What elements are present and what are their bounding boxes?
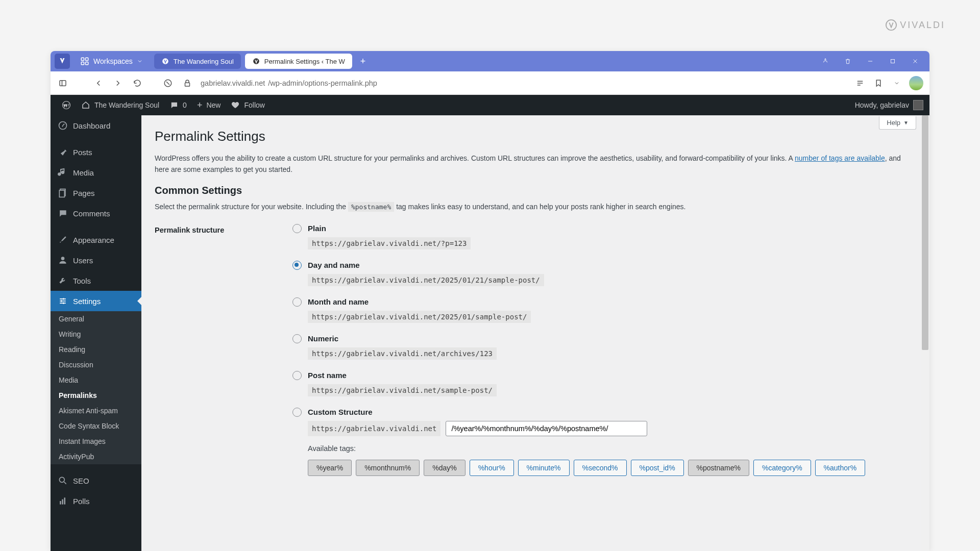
sidebar-item-polls[interactable]: Polls: [51, 491, 141, 511]
svg-point-18: [61, 300, 62, 302]
tag-minute[interactable]: %minute%: [518, 460, 570, 476]
reader-icon[interactable]: [854, 77, 866, 89]
svg-rect-1: [81, 58, 84, 60]
browser-window: Workspaces The Wandering Soul Permalink …: [51, 51, 929, 551]
submenu-writing[interactable]: Writing: [51, 327, 141, 342]
sync-icon[interactable]: [815, 51, 836, 71]
submenu-code-syntax[interactable]: Code Syntax Block: [51, 418, 141, 434]
wp-logo-icon[interactable]: [57, 95, 76, 115]
tag-author[interactable]: %author%: [815, 460, 866, 476]
vivaldi-menu-button[interactable]: [55, 54, 70, 69]
svg-point-20: [59, 477, 64, 482]
submenu-discussion[interactable]: Discussion: [51, 357, 141, 372]
back-button[interactable]: [92, 77, 105, 89]
maximize-button[interactable]: [883, 51, 903, 71]
option-custom[interactable]: Custom Structure https://gabrielav.vival…: [292, 408, 916, 476]
lock-icon[interactable]: [181, 77, 193, 89]
shield-icon[interactable]: [162, 77, 174, 89]
submenu-media[interactable]: Media: [51, 372, 141, 388]
vivaldi-favicon-icon: [161, 57, 169, 65]
svg-point-19: [63, 303, 64, 304]
radio-day-name[interactable]: [292, 261, 302, 270]
radio-numeric[interactable]: [292, 334, 302, 343]
howdy-text[interactable]: Howdy, gabrielav: [855, 101, 909, 109]
custom-base-url: https://gabrielav.vivaldi.net: [308, 421, 440, 436]
svg-rect-22: [62, 499, 63, 505]
tab-permalink-settings[interactable]: Permalink Settings ‹ The W: [245, 54, 352, 69]
permalink-structure-label: Permalink structure: [155, 224, 231, 487]
comments-link[interactable]: 0: [164, 95, 192, 115]
new-link[interactable]: + New: [192, 95, 226, 115]
submenu-activitypub[interactable]: ActivityPub: [51, 449, 141, 464]
close-button[interactable]: [905, 51, 925, 71]
sidebar-item-comments[interactable]: Comments: [51, 203, 141, 223]
scrollbar[interactable]: [921, 115, 929, 551]
svg-rect-8: [60, 80, 66, 86]
forward-button[interactable]: [112, 77, 124, 89]
sidebar-item-seo[interactable]: SEO: [51, 470, 141, 491]
example-numeric: https://gabrielav.vivaldi.net/archives/1…: [308, 347, 497, 360]
url-field[interactable]: gabrielav.vivaldi.net/wp-admin/options-p…: [201, 79, 847, 87]
help-tab[interactable]: Help ▼: [879, 116, 916, 130]
svg-point-16: [61, 257, 65, 260]
tag-postid[interactable]: %post_id%: [631, 460, 684, 476]
common-settings-desc: Select the permalink structure for your …: [155, 203, 916, 211]
submenu-general[interactable]: General: [51, 311, 141, 327]
follow-link[interactable]: Follow: [226, 95, 270, 115]
sidebar-item-users[interactable]: Users: [51, 250, 141, 270]
tag-monthnum[interactable]: %monthnum%: [356, 460, 420, 476]
tags-link[interactable]: number of tags are available: [795, 154, 885, 162]
svg-point-17: [63, 298, 64, 299]
option-plain[interactable]: Plain https://gabrielav.vivaldi.net/?p=1…: [292, 224, 916, 249]
option-post-name[interactable]: Post name https://gabrielav.vivaldi.net/…: [292, 371, 916, 396]
common-settings-heading: Common Settings: [155, 185, 916, 196]
tag-hour[interactable]: %hour%: [470, 460, 514, 476]
option-month-name[interactable]: Month and name https://gabrielav.vivaldi…: [292, 297, 916, 323]
trash-icon[interactable]: [838, 51, 858, 71]
sidebar-item-appearance[interactable]: Appearance: [51, 230, 141, 250]
radio-custom[interactable]: [292, 408, 302, 417]
user-avatar[interactable]: [913, 100, 923, 110]
tag-second[interactable]: %second%: [574, 460, 627, 476]
sidebar-item-dashboard[interactable]: Dashboard: [51, 115, 141, 136]
option-day-name[interactable]: Day and name https://gabrielav.vivaldi.n…: [292, 261, 916, 286]
workspaces-button[interactable]: Workspaces: [72, 57, 151, 66]
svg-rect-23: [64, 497, 66, 504]
sidebar-item-settings[interactable]: Settings: [51, 291, 141, 311]
submenu-permalinks[interactable]: Permalinks: [51, 388, 141, 403]
panel-toggle-icon[interactable]: [57, 77, 69, 89]
svg-rect-2: [86, 58, 88, 60]
new-tab-button[interactable]: +: [355, 56, 371, 67]
submenu-instant-images[interactable]: Instant Images: [51, 434, 141, 449]
radio-month-name[interactable]: [292, 297, 302, 307]
wp-content: Help ▼ Permalink Settings WordPress offe…: [141, 115, 929, 551]
wp-adminbar: The Wandering Soul 0 + New Follow Howdy,…: [51, 95, 929, 115]
svg-rect-21: [60, 501, 61, 505]
tab-wandering-soul[interactable]: The Wandering Soul: [154, 54, 241, 69]
tag-day[interactable]: %day%: [424, 460, 465, 476]
svg-rect-3: [81, 62, 84, 65]
sidebar-item-pages[interactable]: Pages: [51, 183, 141, 203]
site-title-link[interactable]: The Wandering Soul: [76, 95, 164, 115]
minimize-button[interactable]: [860, 51, 880, 71]
sidebar-item-media[interactable]: Media: [51, 162, 141, 183]
vivaldi-favicon-icon: [252, 57, 260, 65]
sidebar-item-posts[interactable]: Posts: [51, 142, 141, 162]
bookmark-icon[interactable]: [872, 77, 885, 89]
chevron-down-icon[interactable]: [891, 77, 903, 89]
page-title: Permalink Settings: [155, 129, 916, 144]
radio-post-name[interactable]: [292, 371, 302, 380]
radio-plain[interactable]: [292, 224, 302, 233]
tag-category[interactable]: %category%: [753, 460, 811, 476]
tag-postname[interactable]: %postname%: [688, 460, 749, 476]
reload-button[interactable]: [131, 77, 143, 89]
submenu-reading[interactable]: Reading: [51, 342, 141, 357]
custom-structure-input[interactable]: [446, 421, 647, 436]
option-numeric[interactable]: Numeric https://gabrielav.vivaldi.net/ar…: [292, 334, 916, 360]
sidebar-item-tools[interactable]: Tools: [51, 270, 141, 291]
scrollbar-thumb[interactable]: [922, 115, 928, 350]
svg-rect-15: [59, 190, 64, 197]
submenu-akismet[interactable]: Akismet Anti-spam: [51, 403, 141, 418]
profile-avatar[interactable]: [909, 76, 923, 90]
tag-year[interactable]: %year%: [308, 460, 352, 476]
